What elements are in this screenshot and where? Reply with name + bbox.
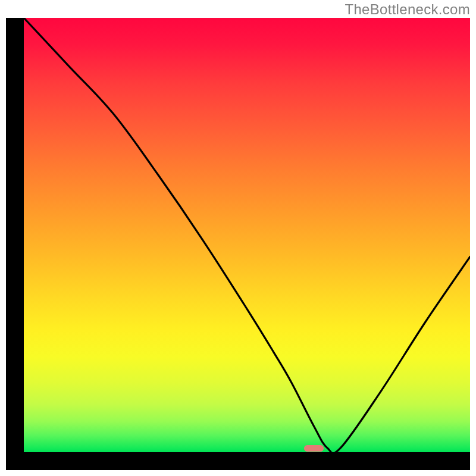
chart-canvas: TheBottleneck.com xyxy=(0,0,476,476)
plot-frame xyxy=(6,18,470,470)
plot-area xyxy=(24,18,470,452)
watermark-text: TheBottleneck.com xyxy=(345,1,470,18)
bottleneck-curve xyxy=(24,18,470,452)
minimum-marker xyxy=(304,445,324,452)
